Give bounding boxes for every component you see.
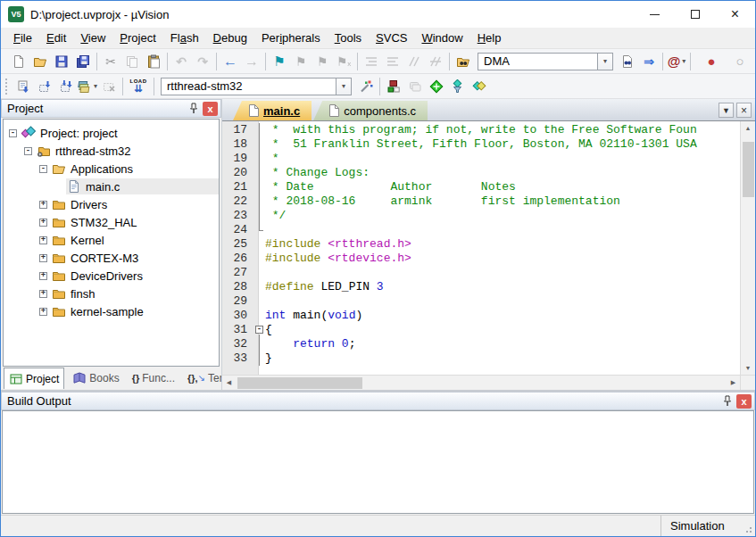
menu-flash[interactable]: Flash [163, 29, 206, 47]
save-all-button[interactable] [72, 51, 94, 71]
menu-svcs[interactable]: SVCS [369, 29, 414, 47]
tree-item-finsh[interactable]: +finsh [4, 285, 219, 302]
nav-forward-button[interactable]: → [241, 51, 262, 71]
menu-tools[interactable]: Tools [328, 29, 369, 47]
open-folder-button[interactable] [29, 51, 51, 71]
translate-button[interactable] [12, 76, 34, 96]
maximize-button[interactable] [675, 1, 715, 28]
indent-button[interactable] [382, 51, 403, 71]
editor-tab-components-c[interactable]: components.c [313, 101, 428, 120]
search-combobox-dropdown-icon[interactable]: ▾ [597, 53, 613, 70]
download-flash-button[interactable]: LOAD⇊ [126, 76, 151, 96]
pin-icon[interactable] [186, 102, 201, 116]
editor-tab-main-c[interactable]: main.c [233, 101, 312, 120]
comment-button[interactable] [403, 51, 425, 71]
scroll-down-icon[interactable]: ▼ [742, 361, 755, 375]
menu-debug[interactable]: Debug [206, 29, 254, 47]
undo-button[interactable]: ↶ [170, 51, 192, 71]
breakpoint-edge-button[interactable]: ● [751, 51, 755, 71]
tree-item-body[interactable]: Applications [51, 161, 219, 177]
editor-horizontal-scrollbar[interactable]: ◀ ▶ [222, 375, 740, 390]
panel-tab-project[interactable]: Project [4, 368, 64, 389]
menu-file[interactable]: File [6, 29, 39, 47]
expand-plus-icon[interactable]: + [39, 201, 47, 209]
collapse-minus-icon[interactable]: - [24, 147, 32, 155]
tree-item-body[interactable]: Project: project [21, 125, 219, 141]
uncomment-button[interactable] [425, 51, 446, 71]
breakpoint-set-button[interactable]: ● [701, 51, 722, 71]
tree-item-body[interactable]: CORTEX-M3 [51, 250, 219, 266]
close-button[interactable]: × [715, 1, 755, 28]
target-select-combobox-dropdown-icon[interactable]: ▾ [336, 78, 352, 95]
copy-button[interactable] [121, 51, 143, 71]
project-panel-close-icon[interactable]: x [203, 102, 218, 116]
tree-item-body[interactable]: DeviceDrivers [51, 268, 219, 284]
menu-help[interactable]: Help [470, 29, 509, 47]
new-file-button[interactable] [8, 51, 29, 71]
manage-books-button[interactable] [404, 76, 426, 96]
menu-project[interactable]: Project [112, 29, 162, 47]
bookmark-button[interactable]: ⚑ [269, 51, 290, 71]
find-text-button[interactable] [617, 51, 638, 71]
close-document-icon[interactable]: × [736, 103, 752, 118]
menu-view[interactable]: View [73, 29, 112, 47]
tree-item-body[interactable]: Kernel [51, 232, 219, 248]
panel-tab-books[interactable]: Books [68, 368, 123, 388]
paste-button[interactable] [143, 51, 164, 71]
tree-item-body[interactable]: Drivers [51, 196, 219, 212]
search-combobox-value[interactable]: DMA [478, 53, 597, 70]
bookmark-next-button[interactable]: ⚑ [290, 51, 312, 71]
build-button[interactable] [34, 76, 55, 96]
resize-grip[interactable] [739, 516, 755, 536]
project-tree[interactable]: -Project: project-rtthread-stm32-Applica… [3, 119, 220, 367]
dropdown-arrow-icon[interactable]: ▾ [94, 82, 97, 90]
minimize-button[interactable] [635, 1, 675, 28]
tree-item-rtthread-stm32[interactable]: -rtthread-stm32 [4, 142, 219, 160]
outdent-button[interactable] [361, 51, 382, 71]
tree-item-devicedrivers[interactable]: +DeviceDrivers [4, 267, 219, 285]
scroll-right-icon[interactable]: ▶ [727, 376, 740, 390]
tree-item-body[interactable]: rtthread-stm32 [36, 143, 219, 159]
search-combobox[interactable]: DMA▾ [478, 53, 613, 70]
tree-item-body[interactable]: STM32_HAL [51, 214, 219, 230]
tree-item-body[interactable]: main.c [66, 178, 219, 194]
help-search-button[interactable]: @▾ [666, 51, 687, 71]
target-select-combobox-value[interactable]: rtthread-stm32 [161, 78, 336, 95]
tree-item-applications[interactable]: -Applications [4, 160, 219, 178]
tree-item-kernel-sample[interactable]: +kernel-sample [4, 302, 219, 320]
stop-build-button[interactable] [98, 76, 120, 96]
toolbar-grip[interactable] [4, 78, 9, 95]
tree-item-cortex-m3[interactable]: +CORTEX-M3 [4, 249, 219, 267]
nav-back-button[interactable]: ← [220, 51, 241, 71]
options-wand-button[interactable] [355, 76, 377, 96]
menu-peripherals[interactable]: Peripherals [254, 29, 328, 47]
manage-components-button[interactable] [383, 76, 404, 96]
find-in-files-button[interactable] [453, 51, 474, 71]
rebuild-button[interactable] [55, 76, 77, 96]
target-select-combobox[interactable]: rtthread-stm32▾ [161, 78, 352, 95]
build-output-content[interactable] [2, 410, 754, 514]
bookmark-prev-button[interactable]: ⚑ [312, 51, 333, 71]
pack-installer-button[interactable] [469, 76, 490, 96]
tree-item-main-c[interactable]: main.c [4, 178, 219, 195]
tab-list-dropdown-icon[interactable]: ▼ [719, 103, 734, 118]
select-packs-button[interactable] [447, 76, 469, 96]
save-button[interactable] [51, 51, 72, 71]
batch-build-button[interactable]: ▾ [77, 76, 98, 96]
code-area[interactable]: 17 * with this program; if not, write to… [222, 121, 740, 375]
pin-icon[interactable] [719, 394, 735, 409]
collapse-minus-icon[interactable]: - [39, 165, 47, 173]
dropdown-arrow-icon[interactable]: ▾ [682, 57, 685, 65]
build-output-close-icon[interactable]: x [736, 394, 752, 409]
expand-plus-icon[interactable]: + [39, 219, 47, 227]
menu-window[interactable]: Window [414, 29, 469, 47]
cut-button[interactable]: ✂ [100, 51, 121, 71]
incremental-find-button[interactable]: ⇒ [638, 51, 660, 71]
manage-rte-button[interactable] [426, 76, 447, 96]
editor-vertical-scrollbar[interactable]: ▲ ▼ [740, 121, 755, 375]
fold-margin[interactable]: - [253, 323, 265, 337]
horizontal-scroll-thumb[interactable] [237, 377, 362, 389]
expand-plus-icon[interactable]: + [39, 272, 47, 280]
scroll-up-icon[interactable]: ▲ [742, 121, 755, 135]
tree-item-project-project[interactable]: -Project: project [4, 124, 219, 142]
